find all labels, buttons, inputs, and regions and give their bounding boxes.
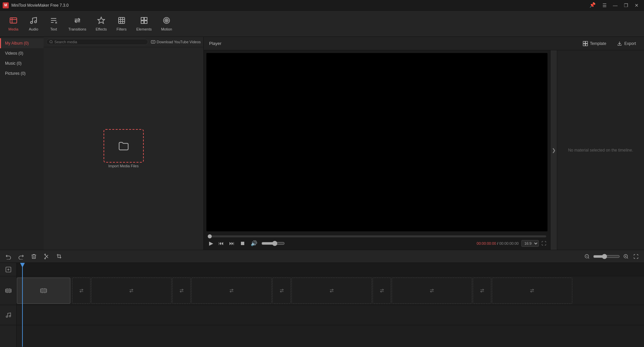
toolbar-item-motion[interactable]: Motion — [156, 14, 177, 33]
volume-slider[interactable] — [261, 241, 285, 246]
restore-button[interactable]: ❐ — [621, 2, 631, 9]
template-button[interactable]: Template — [580, 40, 609, 48]
zoom-out-button[interactable] — [583, 252, 591, 261]
svg-point-2 — [35, 21, 37, 23]
svg-rect-18 — [585, 44, 587, 46]
app-icon-letter: M — [4, 3, 7, 7]
export-button[interactable]: Export — [614, 40, 639, 48]
left-panel: My Album (0) Videos (0) Music (0) Pictur… — [0, 37, 204, 250]
transitions-icon — [73, 16, 81, 26]
volume-button[interactable]: 🔊 — [249, 239, 259, 247]
svg-rect-4 — [119, 17, 125, 23]
player-content: ▶ ⏮ ⏭ ⏹ 🔊 00:00:00:00 / 00:00:00:00 16:9 — [204, 50, 644, 250]
media-area: Download YouTube Videos Import Media Fil… — [44, 37, 203, 250]
album-item-pictures[interactable]: Pictures (0) — [0, 68, 44, 78]
add-track-button[interactable] — [0, 263, 16, 276]
transition-placeholder-7[interactable] — [373, 278, 391, 304]
svg-marker-3 — [98, 17, 105, 23]
transition-placeholder-8[interactable] — [392, 278, 472, 304]
album-item-music[interactable]: Music (0) — [0, 58, 44, 68]
svg-line-30 — [627, 257, 628, 258]
youtube-icon — [151, 40, 155, 44]
properties-panel: No material selected on the timeline. — [557, 50, 644, 250]
motion-icon — [163, 16, 171, 26]
cut-button[interactable] — [42, 252, 51, 261]
main: My Album (0) Videos (0) Music (0) Pictur… — [0, 37, 644, 250]
transition-placeholder-6[interactable] — [292, 278, 372, 304]
svg-rect-16 — [585, 41, 587, 43]
svg-point-21 — [45, 254, 46, 255]
player-label: Player — [209, 41, 221, 46]
filters-icon — [118, 16, 126, 26]
elements-icon — [140, 16, 148, 26]
video-screen — [206, 53, 548, 231]
delete-button[interactable] — [29, 252, 38, 261]
toolbar-item-text[interactable]: Text — [44, 14, 64, 33]
zoom-in-button[interactable] — [622, 252, 630, 261]
svg-rect-15 — [583, 41, 585, 43]
minimize-button[interactable]: — — [610, 2, 620, 9]
redo-button[interactable] — [17, 252, 25, 261]
album-nav: My Album (0) Videos (0) Music (0) Pictur… — [0, 37, 44, 250]
transition-placeholder-1[interactable] — [72, 278, 90, 304]
template-label: Template — [590, 41, 606, 46]
prev-frame-button[interactable]: ⏮ — [217, 240, 225, 247]
folder-icon — [118, 140, 130, 152]
playhead-marker — [20, 263, 25, 268]
media-content: Import Media Files — [44, 47, 203, 250]
menu-icon[interactable]: ☰ — [600, 2, 609, 9]
import-media-button[interactable] — [104, 129, 144, 163]
zoom-slider[interactable] — [593, 254, 620, 259]
transition-placeholder-2[interactable] — [91, 278, 172, 304]
toolbar-item-elements[interactable]: Elements — [132, 14, 156, 33]
toolbar-item-audio[interactable]: Audio — [23, 14, 44, 33]
toolbar-item-media[interactable]: Media — [3, 14, 23, 33]
toolbar-item-filters[interactable]: Filters — [112, 14, 132, 33]
album-item-my-album[interactable]: My Album (0) — [0, 38, 44, 48]
search-input[interactable] — [54, 40, 145, 44]
stop-button[interactable]: ⏹ — [239, 240, 247, 247]
no-material-text: No material selected on the timeline. — [568, 148, 633, 153]
video-track-icon — [0, 276, 16, 305]
effects-icon — [97, 16, 105, 26]
toolbar-item-transitions[interactable]: Transitions — [64, 14, 91, 33]
svg-marker-14 — [152, 41, 154, 43]
album-item-videos[interactable]: Videos (0) — [0, 48, 44, 58]
audio-track-icon-svg — [5, 312, 11, 318]
fullscreen-button[interactable]: ⛶ — [541, 241, 546, 246]
progress-dot[interactable] — [208, 234, 212, 238]
audio-label: Audio — [29, 27, 38, 31]
video-track-icon-svg — [5, 287, 12, 294]
svg-point-12 — [50, 41, 52, 43]
motion-label: Motion — [161, 27, 172, 31]
play-button[interactable]: ▶ — [208, 239, 214, 247]
expand-panel-button[interactable]: ❯ — [550, 50, 557, 250]
transition-placeholder-10[interactable] — [492, 278, 572, 304]
progress-bar[interactable] — [208, 235, 546, 237]
aspect-ratio-select[interactable]: 16:9 9:16 4:3 1:1 — [521, 240, 539, 247]
toolbar: Media Audio Text Transitions — [0, 11, 644, 37]
pin-icon[interactable]: 📌 — [589, 2, 596, 9]
undo-button[interactable] — [4, 252, 13, 261]
svg-rect-8 — [144, 21, 147, 23]
search-bar[interactable] — [46, 39, 148, 45]
transition-placeholder-9[interactable] — [473, 278, 491, 304]
timeline-tracks-right[interactable] — [17, 263, 644, 347]
export-label: Export — [624, 41, 636, 46]
download-youtube-button[interactable]: Download YouTube Videos — [151, 40, 201, 44]
filters-label: Filters — [117, 27, 127, 31]
toolbar-item-effects[interactable]: Effects — [91, 14, 111, 33]
video-track-main-clip[interactable] — [17, 278, 70, 304]
transition-placeholder-5[interactable] — [272, 278, 291, 304]
svg-rect-17 — [583, 44, 585, 46]
transition-placeholder-4[interactable] — [191, 278, 272, 304]
next-frame-button[interactable]: ⏭ — [228, 240, 236, 247]
fit-button[interactable] — [632, 252, 640, 261]
close-button[interactable]: ✕ — [632, 2, 641, 9]
crop-button[interactable] — [55, 252, 64, 261]
transition-placeholder-3[interactable] — [172, 278, 191, 304]
export-icon — [617, 41, 622, 46]
audio-track-row — [17, 305, 644, 325]
effects-label: Effects — [95, 27, 107, 31]
app-icon: M — [3, 2, 9, 8]
